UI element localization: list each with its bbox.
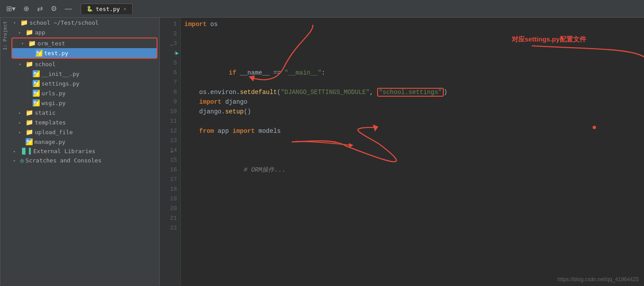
arrow-scratches [13,158,19,163]
tree-item-scratches[interactable]: ◎ Scratches and Consoles [10,156,159,165]
scratches-icon: ◎ [20,157,24,164]
folder-icon-school: 📁 [20,19,28,26]
tree-item-upload-file[interactable]: 📁 upload_file [10,127,159,137]
arrow-templates [19,120,24,125]
py-icon-urls: Py [33,90,40,97]
code-line-4: os.environ.setdefault("DJANGO_SETTINGS_M… [184,87,640,97]
minus-btn[interactable]: — [62,3,75,15]
ln-20: 20 [163,204,177,214]
label-app: app [35,29,45,36]
code-line-10: — # ORM操作... [184,146,640,184]
settings-py-wrapper: Py settings.py [10,79,159,88]
label-static: static [35,109,56,116]
tree-item-static[interactable]: 📁 static [10,108,159,117]
tab-bar: 🐍 test.py × [81,4,133,14]
label-settings-py: settings.py [41,80,79,87]
code-line-13 [184,204,640,214]
label-templates: templates [35,119,66,126]
python-file-icon: 🐍 [86,6,93,12]
tab-close-btn[interactable]: × [123,6,127,12]
code-line-17 [184,243,640,252]
settings-btn[interactable]: ⚙ [48,3,60,15]
label-test-py: test.py [44,50,68,56]
code-line-3: ▶ — if __name__ == "__main__": [184,39,640,87]
label-orm-test: orm_test [37,40,65,47]
label-urls-py: urls.py [41,90,66,97]
ext-libs-icon: ▐▌▐ [20,148,30,154]
tree-item-external-libs[interactable]: ▐▌▐ External Libraries [10,147,159,156]
label-wsgi-py: wsgi.py [41,100,66,106]
tree-item-wsgi-py[interactable]: Py wsgi.py [10,98,159,108]
tree-item-test-py[interactable]: Py test.py [12,48,157,58]
code-line-11 [184,184,640,194]
folder-icon-templates: 📁 [26,119,33,126]
code-line-16 [184,233,640,243]
ln-4: 4 [163,49,177,58]
toolbar: ⊞▾ ⊕ ⇄ ⚙ — 🐍 test.py × [0,0,644,18]
tree-item-templates[interactable]: 📁 templates [10,117,159,127]
code-line-18 [184,252,640,262]
folder-icon-orm-test: 📁 [28,40,36,47]
code-line-9 [184,136,640,146]
sync-btn[interactable]: ⇄ [34,3,45,15]
py-icon-manage: Py [26,138,33,145]
ln-22: 22 [163,223,177,233]
code-line-15 [184,223,640,233]
ln-11: 11 [163,117,177,126]
ln-18: 18 [163,184,177,194]
code-line-6: django.setup() [184,107,640,117]
code-lines: import os ▶ — if __name__ == "__main__":… [181,18,644,286]
editor-wrapper: 1 2 3 4 5 6 7 8 9 10 11 12 13 14 15 16 1 [160,18,644,286]
ln-7: 7 [163,78,177,87]
code-line-14 [184,214,640,223]
arrow-orm-test [21,41,26,46]
file-tree: 📁 school ~/Test/school 📁 app 📁 orm_test … [10,18,160,286]
ln-6: 6 [163,68,177,78]
code-line-1: import os [184,19,640,29]
code-editor[interactable]: 1 2 3 4 5 6 7 8 9 10 11 12 13 14 15 16 1 [160,18,644,286]
py-icon-wsgi: Py [33,99,40,106]
ln-16: 16 [163,165,177,175]
code-line-5: import django [184,97,640,107]
label-school: school ~/Test/school [30,19,99,26]
arrow-school-folder [19,62,24,67]
tree-item-urls-py[interactable]: Py urls.py [10,88,159,98]
ln-5: 5 [163,58,177,68]
tree-item-school-root[interactable]: 📁 school ~/Test/school [10,18,159,27]
add-btn[interactable]: ⊕ [21,3,32,15]
code-line-2 [184,29,640,39]
py-icon-test: Py [35,49,42,56]
watermark: https://blog.csdn.net/qq_41964425 [558,276,639,282]
view-toggle-btn[interactable]: ⊞▾ [4,3,18,15]
tree-item-manage-py[interactable]: Py manage.py [10,137,159,147]
label-init-py: __init__.py [41,71,79,77]
arrow-app [19,30,24,35]
tree-item-init-py[interactable]: Py __init__.py [10,69,159,79]
code-line-8: from app import models [184,126,640,136]
tree-item-app[interactable]: 📁 app [10,27,159,37]
arrow-ext-libs [13,149,19,154]
ln-8: 8 [163,87,177,97]
ln-15: 15 [163,155,177,165]
arrow-static [19,110,24,115]
tree-item-school-folder[interactable]: 📁 school [10,59,159,69]
code-line-7 [184,117,640,126]
py-icon-init: Py [33,70,40,77]
py-icon-settings: Py [33,80,40,87]
orm-test-box: 📁 orm_test Py test.py [11,38,157,59]
code-line-19 [184,262,640,272]
code-line-12 [184,194,640,204]
tab-test-py[interactable]: 🐍 test.py × [81,4,133,14]
folder-icon-app: 📁 [26,29,33,36]
folder-icon-static: 📁 [26,109,33,116]
ln-9: 9 [163,97,177,107]
ln-2: 2 [163,29,177,39]
ln-1: 1 [163,19,177,29]
tree-item-orm-test[interactable]: 📁 orm_test [12,38,157,48]
label-upload-file: upload_file [35,129,73,135]
label-school-folder: school [35,61,56,68]
project-panel-label[interactable]: 1: Project [0,18,10,286]
tree-item-settings-py[interactable]: Py settings.py [10,79,159,88]
arrow-school [13,20,19,25]
ln-19: 19 [163,194,177,204]
